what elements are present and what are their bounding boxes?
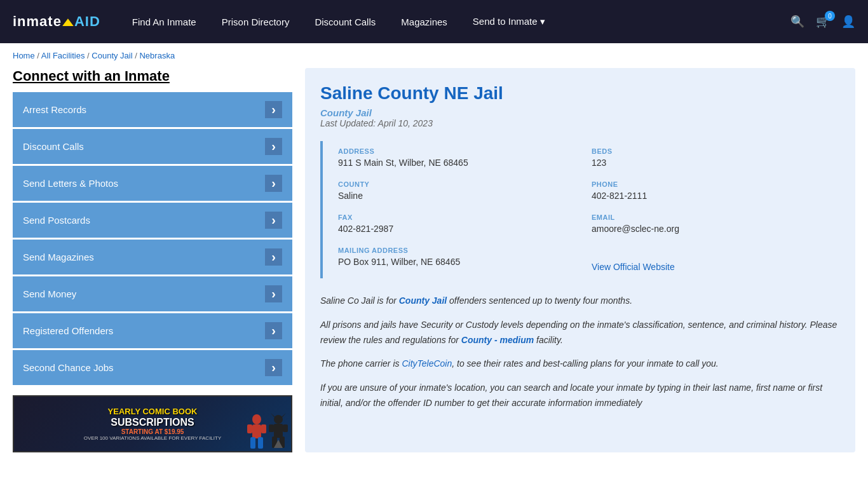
phone-label: PHONE	[592, 180, 835, 188]
desc-paragraph-4: If you are unsure of your inmate's locat…	[320, 381, 840, 411]
svg-rect-1	[252, 424, 261, 438]
fax-value: 402-821-2987	[338, 224, 581, 234]
breadcrumb-county-jail[interactable]: County Jail	[92, 51, 132, 60]
nav-magazines[interactable]: Magazines	[401, 17, 447, 27]
beds-label: BEDS	[592, 147, 835, 155]
ad-heroes	[247, 413, 288, 451]
address-label: ADDRESS	[338, 147, 581, 155]
logo[interactable]: inmateAID	[13, 13, 100, 30]
sidebar-item-arrest-records[interactable]: Arrest Records ›	[13, 92, 292, 127]
nav-send-to-inmate[interactable]: Send to Inmate ▾	[473, 16, 545, 27]
arrow-icon: ›	[265, 175, 282, 192]
ad-title-line2: SUBSCRIPTIONS	[84, 417, 222, 428]
ad-note: OVER 100 VARIATIONS AVAILABLE FOR EVERY …	[84, 435, 222, 441]
ad-title-line1: YEARLY COMIC BOOK	[84, 407, 222, 417]
desc-paragraph-1: Saline Co Jail is for County Jail offend…	[320, 294, 840, 309]
breadcrumb-home[interactable]: Home	[13, 51, 35, 60]
fax-block: FAX 402-821-2987	[333, 207, 587, 240]
email-value: amoore@sclec-ne.org	[592, 224, 835, 234]
sidebar-item-send-postcards[interactable]: Send Postcards ›	[13, 203, 292, 238]
arrow-icon: ›	[265, 285, 282, 302]
sidebar: Connect with an Inmate Arrest Records › …	[13, 68, 292, 452]
beds-value: 123	[592, 158, 835, 168]
arrow-icon: ›	[265, 359, 282, 376]
search-icon[interactable]: 🔍	[790, 15, 804, 29]
fax-label: FAX	[338, 214, 581, 221]
phone-value: 402-821-2111	[592, 191, 835, 201]
user-icon[interactable]: 👤	[841, 15, 855, 29]
main-content: Saline County NE Jail County Jail Last U…	[305, 68, 855, 452]
nav-discount-calls[interactable]: Discount Calls	[315, 17, 376, 27]
arrow-icon: ›	[265, 138, 282, 155]
mailing-value: PO Box 911, Wilber, NE 68465	[338, 257, 581, 267]
sidebar-item-registered-offenders[interactable]: Registered Offenders ›	[13, 313, 292, 348]
cart-badge-count: 0	[825, 11, 835, 21]
sidebar-item-discount-calls[interactable]: Discount Calls ›	[13, 129, 292, 164]
arrow-icon: ›	[265, 322, 282, 339]
website-block: View Official Website	[587, 240, 840, 278]
desc-paragraph-3: The phone carrier is CityTeleCoin, to se…	[320, 356, 840, 372]
view-official-website-link[interactable]: View Official Website	[592, 262, 675, 272]
citytelecoin-link[interactable]: CityTeleCoin	[402, 358, 452, 369]
svg-point-0	[252, 414, 261, 424]
sidebar-item-send-letters[interactable]: Send Letters & Photos ›	[13, 166, 292, 201]
sidebar-menu: Arrest Records › Discount Calls › Send L…	[13, 92, 292, 385]
svg-rect-4	[247, 424, 252, 433]
sidebar-item-second-chance-jobs[interactable]: Second Chance Jobs ›	[13, 350, 292, 385]
county-jail-link[interactable]: County Jail	[399, 295, 447, 306]
facility-info-grid: ADDRESS 911 S Main St, Wilber, NE 68465 …	[320, 141, 840, 278]
svg-rect-2	[250, 437, 255, 449]
header-actions: 🔍 🛒0 👤	[790, 15, 855, 29]
email-label: EMAIL	[592, 214, 835, 221]
county-value: Saline	[338, 191, 581, 201]
email-block: EMAIL amoore@sclec-ne.org	[587, 207, 840, 240]
header: inmateAID Find An Inmate Prison Director…	[0, 0, 868, 43]
breadcrumb-nebraska[interactable]: Nebraska	[139, 51, 175, 60]
logo-icon	[62, 18, 74, 26]
main-container: Connect with an Inmate Arrest Records › …	[0, 68, 868, 465]
main-nav: Find An Inmate Prison Directory Discount…	[132, 16, 771, 27]
sidebar-item-send-magazines[interactable]: Send Magazines ›	[13, 240, 292, 274]
arrow-icon: ›	[265, 248, 282, 266]
ad-content: YEARLY COMIC BOOK SUBSCRIPTIONS STARTING…	[79, 402, 227, 446]
county-label: COUNTY	[338, 180, 581, 188]
county-block: COUNTY Saline	[333, 174, 587, 207]
facility-updated: Last Updated: April 10, 2023	[320, 118, 840, 128]
svg-rect-13	[283, 424, 288, 432]
svg-rect-12	[269, 424, 274, 432]
breadcrumb-all-facilities[interactable]: All Facilities	[41, 51, 85, 60]
svg-rect-3	[258, 437, 263, 449]
sidebar-item-send-money[interactable]: Send Money ›	[13, 276, 292, 311]
svg-rect-5	[261, 424, 266, 433]
hero-batman-icon	[269, 413, 288, 451]
cart-icon[interactable]: 🛒0	[816, 15, 830, 29]
county-medium-link[interactable]: County - medium	[461, 335, 534, 345]
address-block: ADDRESS 911 S Main St, Wilber, NE 68465	[333, 141, 587, 174]
mailing-label: MAILING ADDRESS	[338, 247, 581, 254]
address-value: 911 S Main St, Wilber, NE 68465	[338, 158, 581, 168]
nav-find-inmate[interactable]: Find An Inmate	[132, 17, 196, 27]
ad-banner[interactable]: YEARLY COMIC BOOK SUBSCRIPTIONS STARTING…	[13, 395, 292, 452]
beds-block: BEDS 123	[587, 141, 840, 174]
description-area: Saline Co Jail is for County Jail offend…	[320, 294, 840, 411]
svg-rect-9	[274, 424, 283, 438]
desc-paragraph-2: All prisons and jails have Security or C…	[320, 318, 840, 348]
ad-subtitle: STARTING AT $19.95	[84, 428, 222, 435]
mailing-block: MAILING ADDRESS PO Box 911, Wilber, NE 6…	[333, 240, 587, 278]
facility-title: Saline County NE Jail	[320, 83, 840, 104]
nav-prison-directory[interactable]: Prison Directory	[222, 17, 290, 27]
phone-block: PHONE 402-821-2111	[587, 174, 840, 207]
arrow-icon: ›	[265, 101, 282, 118]
arrow-icon: ›	[265, 212, 282, 229]
svg-point-6	[274, 415, 283, 424]
breadcrumb: Home / All Facilities / County Jail / Ne…	[0, 43, 868, 68]
sidebar-title: Connect with an Inmate	[13, 68, 292, 85]
logo-text: inmateAID	[13, 13, 100, 30]
facility-type: County Jail	[320, 107, 840, 118]
hero-superman-icon	[247, 413, 266, 451]
